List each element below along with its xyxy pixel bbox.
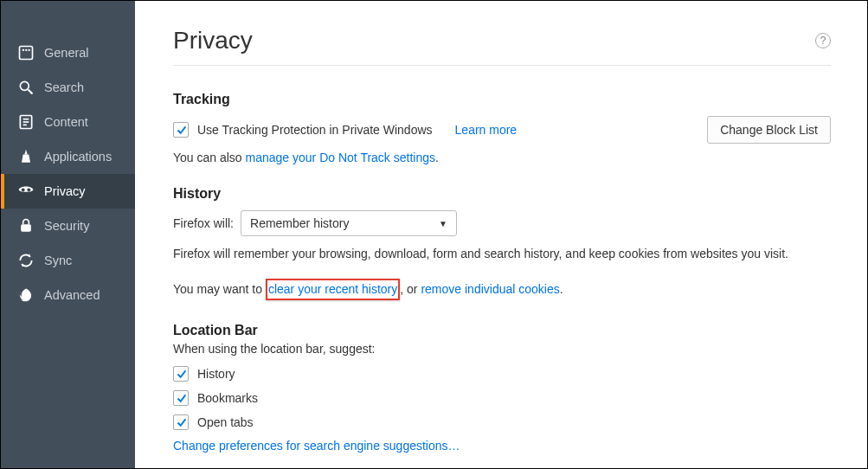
history-heading: History bbox=[173, 186, 831, 202]
svg-rect-1 bbox=[23, 49, 24, 51]
clear-history-highlight: clear your recent history bbox=[266, 279, 400, 300]
manage-dnt-link[interactable]: manage your Do Not Track settings bbox=[246, 151, 435, 164]
sidebar-item-general[interactable]: General bbox=[1, 35, 135, 70]
sidebar-item-search[interactable]: Search bbox=[1, 70, 135, 105]
privacy-icon bbox=[16, 182, 35, 201]
search-icon bbox=[16, 78, 35, 97]
applications-icon bbox=[16, 147, 35, 166]
locbar-history-checkbox[interactable] bbox=[173, 366, 189, 382]
advanced-icon bbox=[16, 286, 35, 305]
dnt-text: You can also manage your Do Not Track se… bbox=[173, 149, 831, 167]
svg-line-5 bbox=[29, 90, 33, 94]
title-separator bbox=[173, 65, 831, 66]
tracking-protection-checkbox[interactable] bbox=[173, 122, 189, 138]
sidebar-item-privacy[interactable]: Privacy bbox=[1, 174, 135, 209]
general-icon bbox=[16, 43, 35, 62]
sidebar-item-label: Sync bbox=[44, 254, 72, 267]
security-icon bbox=[16, 216, 35, 235]
tracking-protection-label: Use Tracking Protection in Private Windo… bbox=[197, 123, 433, 137]
sidebar-item-label: Search bbox=[44, 80, 84, 94]
sidebar-item-applications[interactable]: Applications bbox=[1, 139, 135, 174]
chevron-down-icon: ▼ bbox=[439, 219, 447, 228]
svg-point-4 bbox=[20, 81, 29, 90]
locbar-opentabs-label: Open tabs bbox=[197, 415, 254, 429]
sidebar-item-label: General bbox=[44, 46, 89, 60]
svg-point-11 bbox=[27, 188, 30, 191]
main-content: Privacy ? Tracking Use Tracking Protecti… bbox=[135, 1, 867, 468]
tracking-section: Tracking Use Tracking Protection in Priv… bbox=[173, 92, 831, 167]
svg-rect-2 bbox=[25, 49, 27, 51]
sidebar-item-security[interactable]: Security bbox=[1, 209, 135, 243]
history-mode-select[interactable]: Remember history ▼ bbox=[241, 210, 457, 236]
svg-rect-12 bbox=[21, 224, 31, 231]
learn-more-link[interactable]: Learn more bbox=[455, 123, 518, 137]
svg-rect-3 bbox=[29, 49, 30, 51]
sidebar-item-label: Applications bbox=[44, 150, 112, 164]
svg-rect-0 bbox=[20, 47, 33, 60]
locbar-history-label: History bbox=[197, 367, 235, 381]
history-select-value: Remember history bbox=[250, 216, 349, 230]
history-section: History Firefox will: Remember history ▼… bbox=[173, 186, 831, 300]
locbar-bookmarks-checkbox[interactable] bbox=[173, 390, 189, 406]
content-icon bbox=[16, 112, 35, 132]
sidebar: General Search Content Applications Priv… bbox=[1, 1, 135, 468]
remove-individual-cookies-link[interactable]: remove individual cookies bbox=[421, 282, 559, 296]
location-bar-description: When using the location bar, suggest: bbox=[173, 342, 831, 356]
sidebar-item-label: Advanced bbox=[44, 288, 100, 302]
location-bar-heading: Location Bar bbox=[173, 323, 831, 338]
tracking-heading: Tracking bbox=[173, 92, 831, 107]
history-links-text: You may want to clear your recent histor… bbox=[173, 279, 831, 300]
clear-recent-history-link[interactable]: clear your recent history bbox=[268, 282, 397, 296]
sidebar-item-sync[interactable]: Sync bbox=[1, 243, 135, 278]
sidebar-item-label: Security bbox=[44, 219, 89, 233]
sidebar-item-label: Privacy bbox=[44, 184, 86, 198]
search-engine-suggestions-link[interactable]: Change preferences for search engine sug… bbox=[173, 439, 460, 453]
page-title: Privacy bbox=[173, 27, 253, 55]
location-bar-section: Location Bar When using the location bar… bbox=[173, 323, 831, 453]
sync-icon bbox=[16, 251, 35, 270]
locbar-opentabs-checkbox[interactable] bbox=[173, 414, 189, 430]
help-button[interactable]: ? bbox=[815, 33, 831, 48]
history-prefix: Firefox will: bbox=[173, 216, 234, 230]
history-description: Firefox will remember your browsing, dow… bbox=[173, 245, 831, 263]
change-block-list-button[interactable]: Change Block List bbox=[707, 116, 831, 144]
sidebar-item-advanced[interactable]: Advanced bbox=[1, 278, 135, 312]
sidebar-item-label: Content bbox=[44, 115, 88, 129]
sidebar-item-content[interactable]: Content bbox=[1, 105, 135, 139]
locbar-bookmarks-label: Bookmarks bbox=[197, 391, 258, 405]
svg-point-10 bbox=[22, 188, 25, 191]
